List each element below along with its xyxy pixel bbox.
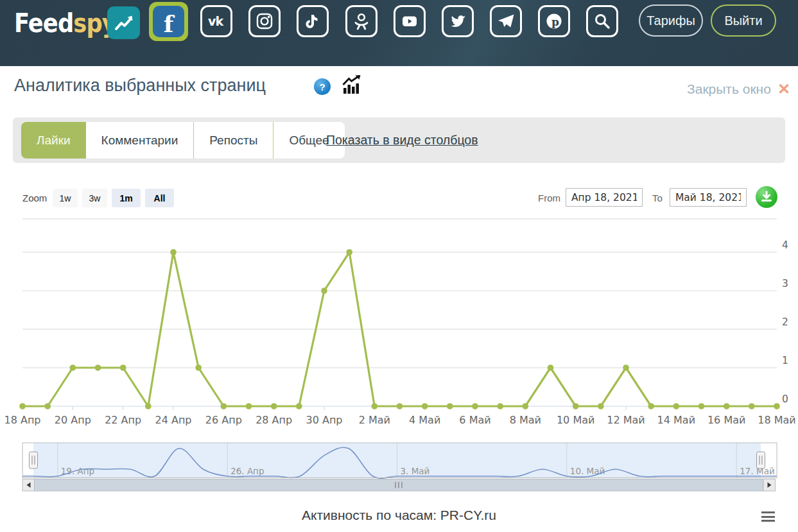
zoom-all-button[interactable]: All (145, 189, 174, 207)
data-point[interactable] (724, 403, 730, 409)
logout-button[interactable]: Выйти (711, 4, 776, 37)
feedspy-logo[interactable]: Feedspy (14, 8, 116, 39)
social-vk[interactable]: vk (200, 5, 232, 37)
data-point[interactable] (44, 403, 51, 409)
to-label: To (652, 193, 663, 203)
y-axis-label: 1 (782, 355, 788, 366)
data-point[interactable] (548, 365, 554, 371)
youtube-icon (401, 12, 419, 30)
social-twitter[interactable] (442, 5, 474, 37)
y-axis-label: 2 (782, 316, 788, 328)
page-title: Аналитика выбранных страниц (14, 76, 266, 96)
from-label: From (538, 193, 560, 203)
data-point[interactable] (447, 403, 453, 409)
x-axis-label: 26 Апр (205, 414, 242, 426)
zoom-3w-button[interactable]: 3w (82, 189, 107, 207)
next-section-title: Активность по часам: PR-CY.ru (0, 508, 798, 523)
tiktok-icon (304, 12, 322, 30)
data-point[interactable] (221, 403, 227, 409)
download-button[interactable] (756, 186, 777, 208)
navigator-date-label: 10. Май (570, 466, 605, 476)
facebook-icon: f (153, 6, 184, 37)
x-axis-label: 2 Май (359, 414, 390, 426)
data-point[interactable] (95, 365, 101, 371)
x-axis-label: 16 Май (707, 414, 745, 426)
social-odnoklassniki[interactable] (345, 5, 377, 37)
data-point[interactable] (19, 403, 26, 409)
data-point[interactable] (623, 365, 629, 371)
data-point[interactable] (70, 365, 76, 371)
chart-icon (342, 75, 363, 98)
plot-area[interactable] (22, 219, 777, 406)
show-as-columns-link[interactable]: Показать в виде столбцов (326, 117, 478, 163)
y-axis-label: 3 (782, 278, 788, 289)
tab-reposts[interactable]: Репосты (193, 122, 273, 159)
chart-menu-icon[interactable] (761, 511, 775, 524)
navigator-left-handle[interactable] (30, 452, 38, 468)
app-header: Feedspy f vk (0, 0, 798, 66)
x-axis-label: 18 Май (758, 414, 795, 426)
tariffs-button[interactable]: Тарифы (639, 4, 703, 37)
data-point[interactable] (195, 365, 202, 371)
data-point[interactable] (246, 403, 252, 409)
x-axis-label: 8 Май (510, 414, 541, 426)
x-axis-label: 6 Май (459, 414, 490, 426)
data-point[interactable] (749, 403, 755, 409)
x-axis-label: 18 Апр (4, 414, 40, 426)
download-icon (760, 191, 773, 203)
data-point[interactable] (321, 287, 327, 294)
from-date-input[interactable] (566, 188, 643, 207)
twitter-icon (449, 12, 467, 30)
to-date-input[interactable] (670, 188, 747, 207)
data-point[interactable] (673, 403, 680, 409)
data-point[interactable] (422, 403, 428, 409)
zoom-1w-button[interactable]: 1w (53, 189, 78, 207)
logo-text-feed: Feed (14, 8, 73, 39)
feedspy-analytics-page: Feedspy f vk (0, 0, 798, 532)
likes-line-chart: 0123418 Апр20 Апр22 Апр24 Апр26 Апр28 Ап… (0, 212, 798, 497)
x-axis-label: 22 Апр (105, 414, 141, 426)
data-point[interactable] (346, 249, 352, 255)
data-point[interactable] (497, 403, 503, 409)
social-search[interactable] (586, 5, 618, 37)
x-axis-label: 10 Май (557, 414, 594, 426)
search-icon (593, 12, 611, 30)
close-icon[interactable]: ✕ (777, 82, 790, 97)
data-point[interactable] (296, 403, 302, 409)
vk-icon: vk (205, 12, 227, 30)
social-telegram[interactable] (490, 5, 522, 37)
odnoklassniki-icon (352, 12, 370, 30)
data-point[interactable] (598, 403, 604, 409)
data-point[interactable] (145, 403, 152, 409)
data-point[interactable] (397, 403, 403, 409)
data-point[interactable] (698, 403, 705, 409)
help-icon[interactable]: ? (314, 78, 331, 95)
data-point[interactable] (523, 403, 529, 409)
data-point[interactable] (573, 403, 579, 409)
data-point[interactable] (472, 403, 478, 409)
x-axis-label: 28 Апр (256, 414, 292, 426)
social-instagram[interactable] (248, 5, 281, 37)
instagram-icon (256, 12, 273, 30)
x-axis-label: 30 Апр (306, 414, 342, 426)
social-pinterest[interactable]: p (538, 5, 570, 37)
tab-likes[interactable]: Лайки (21, 122, 86, 159)
data-point[interactable] (372, 403, 378, 409)
social-facebook-active[interactable]: f (149, 2, 188, 41)
data-point[interactable] (774, 403, 780, 409)
close-window[interactable]: Закрыть окно ✕ (687, 82, 790, 97)
social-tiktok[interactable] (297, 5, 329, 37)
pinterest-icon: p (545, 12, 563, 30)
data-point[interactable] (120, 365, 126, 371)
tab-comments[interactable]: Комментарии (86, 122, 194, 159)
data-point[interactable] (648, 403, 654, 409)
data-point[interactable] (170, 249, 177, 255)
navigator-right-handle[interactable] (757, 452, 765, 468)
svg-text:vk: vk (208, 14, 223, 28)
social-youtube[interactable] (394, 5, 426, 37)
metric-tabs: Лайки Комментарии Репосты Общее (21, 122, 345, 159)
data-point[interactable] (271, 403, 277, 409)
svg-text:p: p (551, 15, 559, 28)
zoom-1m-button[interactable]: 1m (112, 189, 141, 207)
x-axis-label: 14 Май (657, 414, 695, 426)
